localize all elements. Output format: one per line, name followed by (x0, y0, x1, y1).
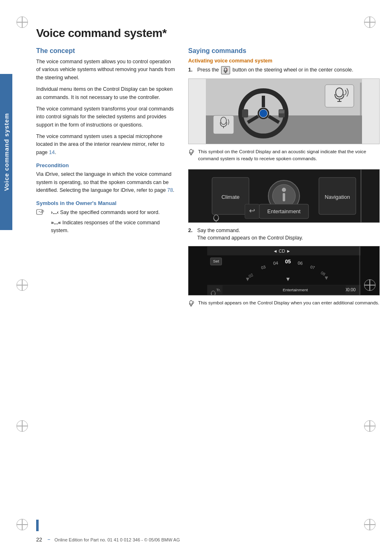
concept-para-2: Individual menu items on the Control Dis… (36, 85, 176, 101)
svg-text:▼: ▼ (285, 276, 291, 282)
svg-text:Navigation: Navigation (325, 194, 350, 200)
step-2: 2. Say the command.The command appears o… (188, 227, 380, 242)
svg-point-32 (282, 188, 286, 192)
corner-mark-ml (16, 279, 28, 291)
sidebar-label: Voice command system (0, 74, 12, 230)
steering-wheel-diagram (188, 78, 380, 144)
caption-1-text: This symbol on the Control Display and a… (198, 148, 380, 163)
svg-text:▼: ▼ (245, 276, 251, 282)
corner-mark-bml (16, 420, 28, 432)
activating-heading: Activating voice command system (188, 58, 380, 64)
svg-rect-65 (359, 246, 360, 295)
two-col-layout: The concept The voice command system all… (36, 47, 380, 309)
cd-display-svg: ◄ CD ► Set 02 03 04 05 06 07 08 ▼ (189, 246, 379, 295)
svg-point-2 (224, 68, 227, 71)
svg-rect-33 (283, 193, 285, 201)
svg-text:06: 06 (297, 260, 303, 266)
page-content: Voice command system* The concept The vo… (36, 23, 380, 532)
symbol-list: ›...‹ Say the specified commands word fo… (36, 209, 176, 234)
step-1-text: Press the button on the steering wheel o… (197, 66, 353, 74)
svg-text:Set: Set (213, 259, 219, 263)
cd-display-diagram: ◄ CD ► Set 02 03 04 05 06 07 08 ▼ (188, 246, 380, 295)
page-number: 22 (36, 537, 42, 543)
svg-rect-13 (242, 109, 248, 117)
corner-mark-bmr (364, 420, 376, 432)
svg-point-24 (190, 150, 193, 153)
svg-text:00:00: 00:00 (345, 287, 356, 292)
corner-mark-bl (16, 519, 28, 530)
concept-para-4: The voice command system uses a special … (36, 133, 176, 157)
concept-para-1: The voice command system allows you to c… (36, 58, 176, 82)
svg-text:04: 04 (273, 260, 278, 266)
svg-rect-42 (360, 169, 362, 223)
voice-symbol-icon-2 (188, 300, 196, 308)
page-title: Voice command system* (36, 27, 380, 40)
svg-rect-0 (37, 210, 42, 214)
corner-mark-tr (364, 16, 376, 28)
corner-mark-tl (16, 16, 28, 28)
right-column: Saying commands Activating voice command… (188, 47, 380, 309)
step-1-num: 1. (188, 66, 194, 74)
concept-heading: The concept (36, 47, 176, 55)
svg-text:Tr.: Tr. (216, 288, 221, 292)
svg-text:◄ CD ►: ◄ CD ► (273, 249, 291, 253)
steering-wheel-svg (189, 78, 379, 144)
caption-2: This symbol appears on the Control Displ… (188, 299, 380, 309)
svg-text:Climate: Climate (221, 194, 240, 200)
symbol-item-1: ›...‹ Say the specified commands word fo… (36, 209, 176, 216)
svg-text:↩: ↩ (249, 207, 255, 215)
svg-point-12 (259, 109, 267, 117)
voice-symbol-icon-1 (188, 149, 196, 157)
precondition-heading: Precondition (36, 162, 176, 168)
svg-text:Entertainment: Entertainment (267, 208, 301, 214)
svg-rect-15 (279, 110, 284, 113)
footer: 22 Online Edition for Part no. 01 41 0 0… (36, 537, 380, 543)
footer-divider (48, 539, 50, 540)
symbol-1-text: ›...‹ Say the specified commands word fo… (51, 209, 160, 216)
voice-button-icon (221, 66, 230, 74)
step-2-text: Say the command.The command appears on t… (197, 227, 303, 242)
caption-2-text: This symbol appears on the Control Displ… (198, 299, 379, 306)
corner-mark-mr (364, 279, 376, 291)
svg-text:05: 05 (285, 258, 291, 265)
caption-1: This symbol on the Control Display and a… (188, 148, 380, 165)
footer-text: Online Edition for Part no. 01 41 0 012 … (54, 537, 180, 542)
symbols-heading: Symbols in the Owner's Manual (36, 200, 176, 206)
svg-rect-23 (360, 83, 362, 140)
svg-text:Entertainment: Entertainment (283, 288, 308, 292)
symbol-2-text: »...« Indicates responses of the voice c… (51, 219, 176, 235)
precondition-text: Via iDrive, select the language in which… (36, 170, 176, 194)
corner-mark-br (364, 519, 376, 530)
step-1: 1. Press the button on the steering whee… (188, 66, 380, 74)
step-2-num: 2. (188, 227, 194, 242)
control-display-svg: Climate Navigation Entertainment ↩ (189, 169, 379, 223)
concept-para-3: The voice command system transforms your… (36, 105, 176, 129)
svg-point-66 (190, 301, 193, 304)
saying-commands-heading: Saying commands (188, 47, 380, 55)
svg-text:▼: ▼ (323, 275, 329, 281)
left-column: The concept The voice command system all… (36, 47, 176, 309)
svg-rect-61 (223, 285, 245, 294)
control-display-diagram: Climate Navigation Entertainment ↩ (188, 169, 380, 223)
voice-command-icon (36, 209, 48, 215)
symbol-item-2: »...« Indicates responses of the voice c… (36, 219, 176, 235)
